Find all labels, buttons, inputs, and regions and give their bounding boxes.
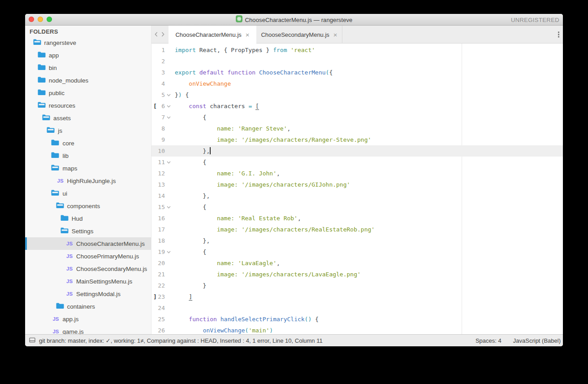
tree-folder-public[interactable]: public	[25, 87, 151, 99]
tree-folder-resources[interactable]: resources	[25, 99, 151, 112]
tree-item-label: MainSettingsMenu.js	[76, 278, 132, 285]
tree-file-app.js[interactable]: JSapp.js	[25, 313, 151, 325]
code-line-25[interactable]: 25 function handleSelectPrimaryClick() {	[151, 314, 563, 325]
code-line-4[interactable]: 4 onViewChange	[151, 78, 563, 89]
license-badge: UNREGISTERED	[511, 14, 559, 26]
code-line-24[interactable]: 24	[151, 302, 563, 314]
tree-item-label: js	[58, 127, 62, 134]
code-line-18[interactable]: 18 },	[151, 235, 563, 246]
folder-icon	[38, 64, 46, 72]
folder-icon	[38, 89, 46, 97]
folder-open-icon	[33, 39, 41, 47]
tree-folder-js[interactable]: js	[25, 124, 151, 137]
fold-chevron-icon[interactable]	[167, 105, 171, 108]
code-line-22[interactable]: 22 }	[151, 280, 563, 291]
code-line-14[interactable]: 14 },	[151, 190, 563, 201]
code-line-10[interactable]: 10 },	[151, 145, 563, 157]
code-line-23[interactable]: ]23 ]	[151, 291, 563, 302]
close-window-button[interactable]	[29, 17, 34, 22]
folder-open-icon	[42, 114, 50, 122]
tree-folder-assets[interactable]: assets	[25, 112, 151, 124]
fold-chevron-icon[interactable]	[167, 116, 171, 119]
code-line-9[interactable]: 9 image: '/images/characters/Ranger-Stev…	[151, 134, 563, 145]
code-text: name: 'G.I. John',	[175, 168, 280, 179]
tree-item-label: ChoosePrimaryMenu.js	[76, 253, 139, 260]
tree-item-label: resources	[49, 102, 75, 109]
code-line-26[interactable]: 26 onViewChange('main')	[151, 325, 563, 334]
tree-folder-app[interactable]: app	[25, 49, 151, 61]
code-line-21[interactable]: 21 image: '/images/characters/LavaEagle.…	[151, 269, 563, 280]
tree-file-HighRuleJungle.js[interactable]: JSHighRuleJungle.js	[25, 175, 151, 187]
tree-file-ChooseSecondaryMenu.js[interactable]: JSChooseSecondaryMenu.js	[25, 262, 151, 275]
title-bar[interactable]: ChooseCharacterMenu.js — rangersteve UNR…	[25, 14, 563, 26]
tree-file-MainSettingsMenu.js[interactable]: JSMainSettingsMenu.js	[25, 275, 151, 288]
tree-file-ChooseCharacterMenu.js[interactable]: JSChooseCharacterMenu.js	[25, 237, 151, 250]
tree-item-label: rangersteve	[44, 39, 76, 46]
folder-icon	[61, 214, 69, 223]
code-line-13[interactable]: 13 image: '/images/characters/GIJohn.png…	[151, 179, 563, 190]
code-line-16[interactable]: 16 name: 'Real Estate Rob',	[151, 213, 563, 224]
fold-chevron-icon[interactable]	[167, 94, 171, 96]
code-line-3[interactable]: 3export default function ChooseCharacter…	[151, 67, 563, 78]
tree-item-label: app	[49, 52, 59, 59]
gutter: 3	[151, 67, 175, 78]
document-icon	[236, 15, 243, 24]
tab-close-icon[interactable]: ×	[333, 31, 337, 38]
forward-arrow-icon[interactable]	[161, 31, 164, 39]
code-line-5[interactable]: 5}) {	[151, 89, 563, 100]
tree-file-ChoosePrimaryMenu.js[interactable]: JSChoosePrimaryMenu.js	[25, 250, 151, 262]
code-text: export default function ChooseCharacterM…	[175, 67, 333, 78]
folder-icon	[56, 302, 64, 311]
code-line-1[interactable]: 1import React, { PropTypes } from 'react…	[151, 44, 563, 56]
code-line-8[interactable]: 8 name: 'Ranger Steve',	[151, 123, 563, 134]
code-text: name: 'Ranger Steve',	[175, 123, 290, 134]
back-arrow-icon[interactable]	[155, 31, 158, 39]
fold-chevron-icon[interactable]	[167, 251, 171, 253]
code-line-19[interactable]: 19 {	[151, 246, 563, 257]
tree-folder-bin[interactable]: bin	[25, 61, 151, 74]
tree-file-game.js[interactable]: JSgame.js	[25, 325, 151, 334]
code-text: },	[175, 235, 210, 246]
tree-folder-maps[interactable]: maps	[25, 162, 151, 175]
code-line-11[interactable]: 11 {	[151, 157, 563, 168]
code-line-6[interactable]: [6 const characters = [	[151, 100, 563, 112]
tree-folder-Settings[interactable]: Settings	[25, 225, 151, 237]
code-editor[interactable]: 1import React, { PropTypes } from 'react…	[151, 44, 563, 334]
tab-ChooseCharacterMenu.js[interactable]: ChooseCharacterMenu.js×	[169, 26, 256, 44]
gutter: 15	[151, 201, 175, 213]
tab-overflow-icon[interactable]	[558, 31, 559, 37]
code-line-20[interactable]: 20 name: 'LavaEagle',	[151, 257, 563, 269]
fold-chevron-icon[interactable]	[167, 206, 171, 209]
tab-close-icon[interactable]: ×	[246, 31, 250, 38]
minimize-window-button[interactable]	[38, 17, 43, 22]
line-number: 26	[151, 325, 165, 334]
code-line-12[interactable]: 12 name: 'G.I. John',	[151, 168, 563, 179]
tree-folder-rangersteve[interactable]: rangersteve	[25, 36, 151, 49]
code-line-7[interactable]: 7 {	[151, 112, 563, 123]
syntax-selector[interactable]: JavaScript (Babel)	[513, 337, 561, 344]
code-line-17[interactable]: 17 image: '/images/characters/RealEstate…	[151, 224, 563, 235]
gutter: 16	[151, 213, 175, 224]
tree-folder-ui[interactable]: ui	[25, 187, 151, 200]
fold-chevron-icon[interactable]	[167, 161, 171, 164]
js-file-icon: JS	[51, 316, 59, 322]
gutter: 20	[151, 257, 175, 269]
code-line-2[interactable]: 2	[151, 56, 563, 67]
tree-folder-node_modules[interactable]: node_modules	[25, 74, 151, 87]
tree-folder-Hud[interactable]: Hud	[25, 212, 151, 225]
panel-toggle-icon[interactable]	[29, 337, 35, 344]
tab-ChooseSecondaryMenu.js[interactable]: ChooseSecondaryMenu.js×	[256, 26, 342, 44]
tree-folder-core[interactable]: core	[25, 137, 151, 149]
folder-open-icon	[38, 101, 46, 110]
tree-folder-containers[interactable]: containers	[25, 300, 151, 313]
tree-item-label: SettingsModal.js	[76, 291, 121, 297]
line-number: 11	[151, 157, 165, 168]
tree-folder-lib[interactable]: lib	[25, 149, 151, 162]
indent-status[interactable]: Spaces: 4	[476, 337, 502, 344]
tree-file-SettingsModal.js[interactable]: JSSettingsModal.js	[25, 288, 151, 300]
tree-folder-components[interactable]: components	[25, 200, 151, 212]
gutter: 11	[151, 157, 175, 168]
zoom-window-button[interactable]	[47, 17, 52, 22]
status-message: git branch: master, index: ✓, working: 1…	[39, 337, 323, 344]
code-line-15[interactable]: 15 {	[151, 201, 563, 213]
